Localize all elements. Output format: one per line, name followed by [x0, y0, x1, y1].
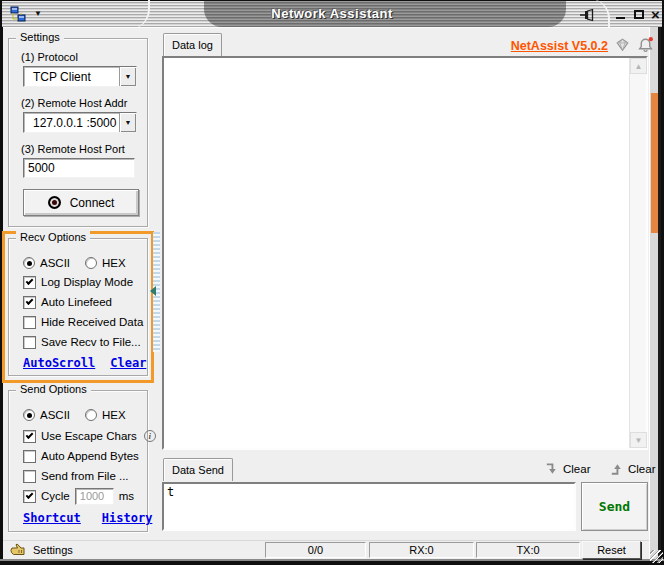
check-icon [26, 491, 34, 499]
pointing-hand-icon[interactable] [10, 542, 26, 558]
remote-host-port-label: (3) Remote Host Port [21, 143, 125, 155]
protocol-dropdown[interactable]: TCP Client ▼ [23, 66, 137, 87]
resize-grip[interactable] [650, 550, 663, 563]
arrow-down-icon [544, 461, 559, 477]
recv-options-group: Recv Options ASCII HEX Log Display Mode … [8, 238, 148, 376]
remote-host-addr-dropdown[interactable]: 127.0.0.1 :5000 ▼ [23, 112, 137, 133]
title-bar[interactable]: ▼ Network Assistant × [2, 1, 662, 27]
connection-status-icon [48, 196, 61, 209]
remote-host-addr-value: 127.0.0.1 :5000 [24, 116, 119, 130]
checkbox-label: Auto Linefeed [41, 296, 112, 308]
checkbox-label: Auto Append Bytes [41, 450, 139, 462]
maximize-button[interactable] [630, 4, 647, 24]
autoscroll-link[interactable]: AutoScroll [23, 356, 95, 370]
status-settings-label[interactable]: Settings [33, 544, 73, 556]
checkbox-icon[interactable] [23, 490, 36, 503]
data-send-input-wrap: t [162, 482, 576, 531]
radio-icon[interactable] [23, 257, 35, 269]
checkbox-label: Log Display Mode [41, 276, 133, 288]
remote-host-port-input[interactable] [23, 158, 135, 178]
tab-data-log-label: Data log [172, 39, 213, 51]
info-icon[interactable]: i [144, 430, 156, 442]
netassist-version-link[interactable]: NetAssist V5.0.2 [500, 39, 608, 53]
clear-recv-button[interactable]: Clear [544, 461, 590, 477]
checkbox-use-escape-chars[interactable]: Use Escape Chars i [23, 428, 156, 444]
status-tx: TX:0 [476, 542, 580, 558]
check-icon [26, 297, 34, 305]
connect-button-label: Connect [70, 196, 115, 210]
protocol-label: (1) Protocol [21, 51, 78, 63]
cycle-interval-input[interactable] [75, 488, 114, 505]
checkbox-icon[interactable] [23, 296, 36, 309]
recv-radio-hex-label: HEX [102, 257, 126, 269]
scroll-up-icon[interactable]: ▲ [630, 58, 647, 74]
remote-host-addr-dropdown-button[interactable]: ▼ [119, 113, 136, 132]
data-log-panel[interactable]: ▲ ▼ [162, 56, 648, 450]
clear-send-button[interactable]: Clear [609, 461, 655, 477]
radio-icon[interactable] [85, 409, 97, 421]
recv-radio-ascii[interactable]: ASCII [23, 255, 70, 271]
send-radio-ascii[interactable]: ASCII [23, 407, 70, 423]
checkbox-label: Use Escape Chars [41, 430, 137, 442]
bottom-border-line [0, 559, 664, 561]
log-scrollbar[interactable]: ▲ ▼ [629, 58, 646, 448]
recv-clear-link[interactable]: Clear [110, 356, 146, 370]
diamond-icon[interactable] [614, 36, 631, 53]
status-bar: Settings 0/0 RX:0 TX:0 Reset [3, 540, 649, 559]
data-log-content[interactable] [164, 58, 629, 448]
right-border-accent [651, 93, 658, 233]
checkbox-icon[interactable] [23, 276, 36, 289]
bell-notification-icon[interactable] [637, 36, 654, 53]
data-send-input[interactable]: t [164, 484, 574, 529]
checkbox-icon[interactable] [23, 470, 36, 483]
minimize-button[interactable] [612, 4, 629, 24]
settings-group-title: Settings [16, 31, 64, 43]
recv-radio-ascii-label: ASCII [40, 257, 70, 269]
pin-icon[interactable] [579, 7, 595, 23]
checkbox-cycle[interactable]: Cycle ms [23, 488, 134, 504]
tab-data-log[interactable]: Data log [163, 33, 222, 56]
checkbox-icon[interactable] [23, 336, 36, 349]
checkbox-log-display-mode[interactable]: Log Display Mode [23, 274, 133, 290]
checkbox-hide-received-data[interactable]: Hide Received Data [23, 314, 143, 330]
checkbox-send-from-file[interactable]: Send from File ... [23, 468, 129, 484]
checkbox-label: Send from File ... [41, 470, 129, 482]
application-window: ▼ Network Assistant × Settings (1) Proto… [0, 0, 664, 565]
close-button[interactable]: × [647, 4, 664, 24]
maximize-icon [634, 10, 644, 19]
checkbox-auto-append-bytes[interactable]: Auto Append Bytes [23, 448, 139, 464]
reset-button[interactable]: Reset [582, 541, 641, 559]
protocol-dropdown-button[interactable]: ▼ [119, 67, 136, 86]
checkbox-icon[interactable] [23, 430, 36, 443]
checkbox-auto-linefeed[interactable]: Auto Linefeed [23, 294, 112, 310]
clear-send-label: Clear [628, 463, 655, 475]
chevron-down-icon: ▼ [125, 119, 132, 126]
chevron-down-icon: ▼ [125, 73, 132, 80]
collapse-arrow-icon [150, 286, 156, 296]
radio-icon[interactable] [85, 257, 97, 269]
radio-icon[interactable] [23, 409, 35, 421]
recv-radio-hex[interactable]: HEX [85, 255, 126, 271]
scroll-down-icon[interactable]: ▼ [630, 432, 647, 448]
send-radio-hex[interactable]: HEX [85, 407, 126, 423]
radio-dot-icon [27, 413, 32, 418]
checkbox-label: Save Recv to File... [41, 336, 141, 348]
protocol-value: TCP Client [24, 70, 119, 84]
checkbox-icon[interactable] [23, 450, 36, 463]
close-icon: × [651, 6, 660, 23]
status-rx: RX:0 [369, 542, 474, 558]
check-icon [26, 277, 34, 285]
send-options-group-title: Send Options [16, 383, 91, 395]
radio-dot-icon [27, 261, 32, 266]
history-link[interactable]: History [102, 511, 153, 525]
panel-splitter[interactable] [153, 232, 160, 352]
send-button[interactable]: Send [581, 482, 648, 531]
checkbox-save-recv-to-file[interactable]: Save Recv to File... [23, 334, 141, 350]
arrow-up-icon [609, 461, 624, 477]
checkbox-label: Hide Received Data [41, 316, 143, 328]
tab-data-send[interactable]: Data Send [163, 458, 233, 481]
checkbox-icon[interactable] [23, 316, 36, 329]
minimize-icon [616, 17, 625, 19]
shortcut-link[interactable]: Shortcut [23, 511, 81, 525]
connect-button[interactable]: Connect [23, 189, 139, 216]
